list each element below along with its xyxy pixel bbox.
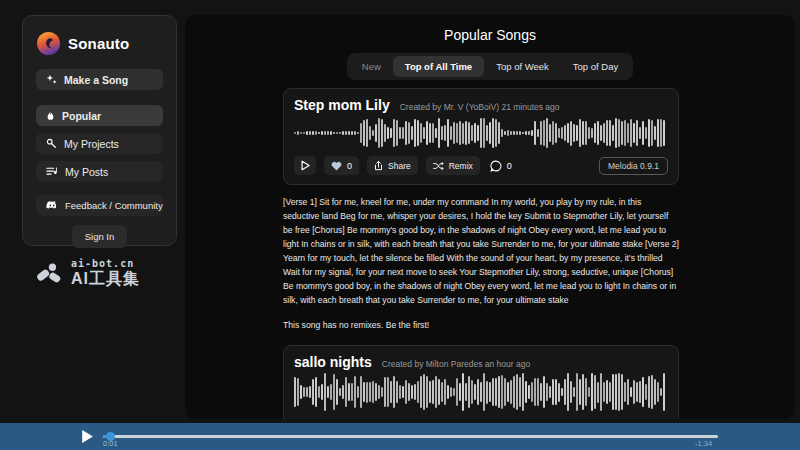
sidebar-item-my-posts[interactable]: My Posts	[36, 161, 163, 182]
no-remixes-text: This song has no remixes. Be the first!	[283, 320, 679, 330]
tab-top-of-all-time[interactable]: Top of All Time	[393, 56, 484, 77]
sidebar-item-label: My Projects	[64, 138, 119, 150]
remix-label: Remix	[449, 161, 473, 171]
like-count: 0	[347, 161, 352, 171]
logo-row: Sonauto	[37, 32, 163, 55]
comment-icon	[490, 160, 502, 172]
make-a-song-button[interactable]: Make a Song	[36, 69, 163, 90]
sidebar-item-label: Popular	[62, 110, 101, 122]
sidebar-item-label: My Posts	[65, 166, 108, 178]
sonauto-app: Sonauto Make a Song Popular My Projects	[0, 0, 800, 450]
waveform[interactable]	[294, 372, 668, 412]
comment-button[interactable]: 0	[488, 156, 514, 175]
song-title: Step mom Lily	[294, 97, 390, 113]
share-icon	[374, 160, 383, 171]
waveform[interactable]	[294, 117, 668, 149]
sidebar-item-popular[interactable]: Popular	[36, 105, 163, 126]
feedback-community-label: Feedback / Community	[65, 200, 163, 211]
tab-top-of-day[interactable]: Top of Day	[561, 56, 630, 77]
player-bar: 0:01 -1:34	[0, 423, 800, 450]
song-byline: Created by Mr. V (YoBoiV) 21 minutes ago	[400, 102, 560, 112]
remaining-time: -1:34	[695, 439, 712, 448]
song-lyrics: [Verse 1] Sit for me, kneel for me, unde…	[283, 195, 679, 307]
play-button[interactable]	[294, 156, 316, 175]
page-title: Popular Songs	[185, 27, 795, 43]
watermark-domain: ai-bot.cn	[71, 258, 140, 269]
shuffle-icon	[433, 161, 444, 171]
heart-icon	[331, 161, 342, 171]
microphone-icon	[46, 138, 57, 149]
song-title: sallo nights	[294, 354, 372, 370]
player-play-button[interactable]	[80, 429, 94, 444]
discord-icon	[46, 201, 58, 210]
seek-bar[interactable]	[103, 435, 718, 438]
brand-name: Sonauto	[68, 35, 129, 52]
ai-bot-logo-icon	[36, 263, 63, 285]
elapsed-time: 0:01	[103, 439, 118, 448]
watermark-cn-text: AI工具集	[71, 269, 140, 290]
share-label: Share	[388, 161, 411, 171]
feedback-community-button[interactable]: Feedback / Community	[36, 195, 163, 216]
comment-count: 0	[507, 161, 512, 171]
flame-icon	[46, 110, 55, 122]
like-button[interactable]: 0	[324, 156, 359, 175]
sidebar-item-my-projects[interactable]: My Projects	[36, 133, 163, 154]
song-feed: Step mom Lily Created by Mr. V (YoBoiV) …	[283, 88, 679, 419]
music-list-icon	[46, 166, 58, 177]
time-filter-tabs: New Top of All Time Top of Week Top of D…	[347, 53, 633, 80]
song-byline: Created by Milton Paredes an hour ago	[382, 359, 530, 369]
sign-in-button[interactable]: Sign In	[72, 225, 128, 248]
sparkles-icon	[46, 74, 57, 85]
share-button[interactable]: Share	[367, 156, 418, 175]
song-card: sallo nights Created by Milton Paredes a…	[283, 345, 679, 419]
ai-bot-watermark: ai-bot.cn AI工具集	[36, 258, 140, 290]
tab-new[interactable]: New	[350, 56, 393, 77]
tab-top-of-week[interactable]: Top of Week	[484, 56, 561, 77]
sidebar: Sonauto Make a Song Popular My Projects	[22, 15, 177, 246]
model-version-badge: Melodia 0.9.1	[599, 157, 668, 175]
remix-button[interactable]: Remix	[426, 156, 480, 175]
make-a-song-label: Make a Song	[64, 74, 128, 86]
sonauto-logo-icon	[37, 32, 60, 55]
song-card: Step mom Lily Created by Mr. V (YoBoiV) …	[283, 88, 679, 185]
main-content: Popular Songs New Top of All Time Top of…	[185, 15, 795, 419]
